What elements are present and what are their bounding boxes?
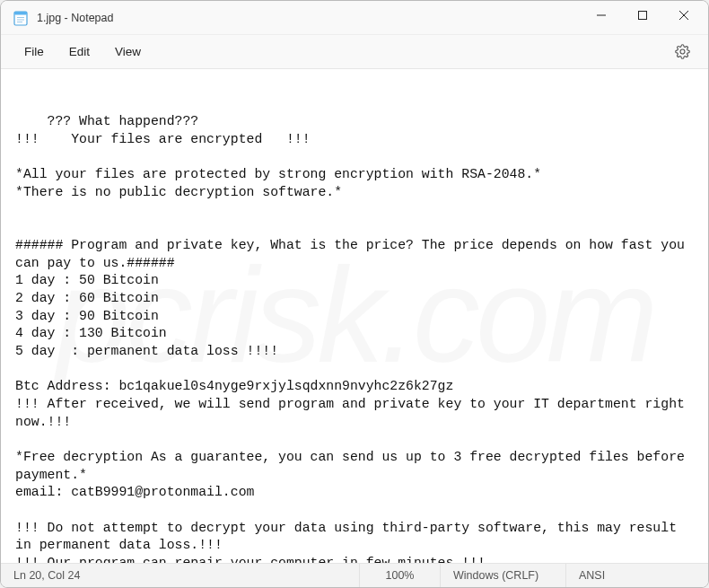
notepad-app-icon <box>13 10 28 26</box>
menubar: File Edit View <box>1 35 708 69</box>
document-text: ??? What happend??? !!! Your files are e… <box>15 114 693 563</box>
menu-edit[interactable]: Edit <box>57 39 102 64</box>
window-controls <box>581 1 705 34</box>
svg-line-7 <box>679 11 688 20</box>
status-cursor-position: Ln 20, Col 24 <box>1 564 360 587</box>
svg-rect-1 <box>14 12 27 15</box>
svg-line-8 <box>679 11 688 20</box>
menu-file[interactable]: File <box>12 39 57 64</box>
svg-rect-6 <box>639 12 647 20</box>
minimize-icon <box>597 11 606 20</box>
maximize-button[interactable] <box>622 1 663 30</box>
maximize-icon <box>638 11 647 20</box>
titlebar: 1.jpg - Notepad <box>1 1 708 35</box>
close-button[interactable] <box>663 1 705 30</box>
status-line-ending: Windows (CRLF) <box>441 564 566 587</box>
close-icon <box>679 11 688 20</box>
notepad-window: 1.jpg - Notepad File Edit View pcrisk.co… <box>0 0 709 588</box>
menu-view[interactable]: View <box>102 39 153 64</box>
statusbar: Ln 20, Col 24 100% Windows (CRLF) ANSI <box>1 563 708 587</box>
settings-button[interactable] <box>667 39 697 66</box>
status-encoding: ANSI <box>566 564 708 587</box>
window-title: 1.jpg - Notepad <box>37 12 581 24</box>
gear-icon <box>675 44 690 59</box>
status-zoom: 100% <box>360 564 441 587</box>
text-editor-area[interactable]: pcrisk.com ??? What happend??? !!! Your … <box>1 69 708 563</box>
minimize-button[interactable] <box>581 1 622 30</box>
